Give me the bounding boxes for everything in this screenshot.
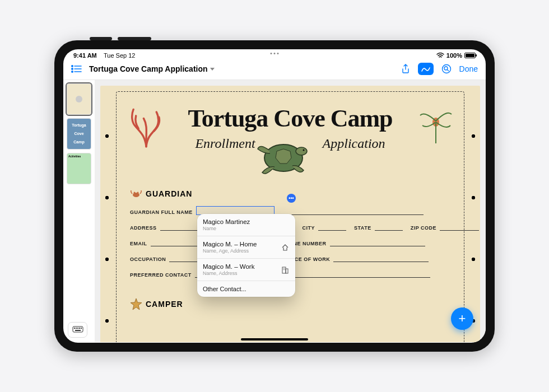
guardian-label: GUARDIAN	[146, 189, 192, 198]
svg-rect-12	[77, 328, 78, 329]
page-canvas[interactable]: Tortuga Cove Camp Enrollment Application…	[95, 80, 486, 342]
autofill-sub-3: Name, Address	[203, 270, 254, 276]
label-address: ADDRESS	[130, 225, 157, 231]
page-thumbnail-3[interactable]: Activities	[67, 153, 91, 184]
crab-icon	[130, 189, 142, 198]
camper-section-title: CAMPER	[130, 298, 450, 310]
page-thumbnail-2[interactable]: Tortuga Cove Camp	[67, 118, 91, 150]
keyboard-button[interactable]	[68, 322, 87, 338]
markup-button[interactable]	[418, 63, 434, 75]
status-bar: 9:41 AM Tue Sep 12 100%	[63, 49, 486, 60]
svg-rect-28	[283, 269, 284, 270]
document-area: Tortuga Cove Camp Activities	[63, 80, 486, 342]
autofill-name-1: Magico Martinez	[203, 218, 250, 225]
input-city[interactable]	[318, 223, 346, 231]
label-occupation: OCCUPATION	[130, 256, 166, 262]
svg-rect-26	[283, 268, 284, 269]
label-email: EMAIL	[130, 241, 147, 246]
starfish-icon	[130, 298, 142, 310]
thumbnail-sidebar: Tortuga Cove Camp Activities	[63, 80, 95, 342]
camper-label: CAMPER	[146, 300, 183, 309]
home-indicator[interactable]	[241, 338, 308, 340]
input-phone[interactable]	[330, 239, 425, 246]
label-full-name: GUARDIAN FULL NAME	[130, 209, 193, 215]
svg-rect-13	[79, 328, 80, 329]
svg-point-19	[296, 147, 307, 155]
svg-point-6	[442, 65, 450, 73]
input-workplace[interactable]	[333, 254, 429, 262]
thumb2-line1: Tortuga	[67, 119, 91, 127]
autofill-sub-1: Name	[203, 226, 250, 231]
input-full-name-line[interactable]	[278, 207, 424, 215]
status-left: 9:41 AM Tue Sep 12	[73, 52, 135, 59]
autofill-item-1[interactable]: Magico Martinez Name	[197, 214, 295, 236]
add-button[interactable]: +	[451, 307, 473, 330]
label-state: STATE	[354, 225, 371, 231]
home-icon	[281, 243, 290, 252]
page: Tortuga Cove Camp Enrollment Application…	[100, 86, 480, 342]
list-icon	[71, 65, 82, 73]
search-button[interactable]	[441, 64, 452, 74]
svg-rect-24	[282, 267, 286, 273]
svg-rect-27	[285, 268, 285, 269]
thumb2-line3: Camp	[67, 136, 91, 144]
label-zip: ZIP CODE	[411, 225, 436, 231]
svg-rect-29	[285, 269, 285, 270]
svg-line-8	[447, 70, 449, 72]
palm-illustration	[419, 105, 453, 144]
document-title[interactable]: Tortuga Cove Camp Application	[89, 64, 215, 73]
document-header: Tortuga Cove Camp Enrollment Application	[130, 104, 450, 183]
svg-point-0	[72, 66, 73, 67]
svg-rect-15	[75, 330, 81, 331]
thumb2-line2: Cove	[67, 127, 91, 136]
share-icon	[401, 64, 410, 74]
coral-illustration	[127, 103, 166, 148]
battery-icon	[464, 53, 476, 58]
svg-rect-14	[81, 328, 82, 329]
svg-point-22	[134, 192, 136, 194]
chevron-down-icon	[210, 68, 215, 71]
document-title-text: Tortuga Cove Camp Application	[89, 64, 208, 73]
toolbar: Tortuga Cove Camp Application Done	[63, 60, 486, 80]
page-thumbnail-1[interactable]	[67, 83, 91, 115]
turtle-illustration	[250, 134, 317, 179]
input-zip[interactable]	[440, 223, 479, 231]
svg-rect-10	[74, 328, 75, 329]
svg-point-20	[303, 150, 305, 151]
plus-icon: +	[459, 311, 466, 326]
svg-point-21	[133, 193, 139, 197]
markup-icon	[421, 65, 431, 73]
wifi-icon	[436, 53, 444, 58]
status-date: Tue Sep 12	[104, 52, 135, 59]
multitask-dots[interactable]	[271, 53, 279, 54]
subtitle-enrollment: Enrollment	[195, 136, 255, 151]
label-city: CITY	[303, 225, 315, 231]
building-icon	[281, 265, 290, 274]
svg-point-4	[72, 71, 73, 72]
autofill-item-3[interactable]: Magico M. – Work Name, Address	[197, 259, 295, 281]
svg-point-2	[72, 68, 73, 69]
autofill-other-contact[interactable]: Other Contact...	[197, 281, 295, 297]
svg-rect-9	[73, 326, 83, 332]
svg-point-7	[444, 67, 448, 70]
autofill-badge[interactable]: •••	[287, 194, 296, 203]
autofill-popup: Magico Martinez Name Magico M. – Home Na…	[197, 214, 295, 297]
svg-rect-25	[286, 269, 288, 273]
autofill-sub-2: Name, Age, Address	[203, 248, 257, 254]
autofill-other-label: Other Contact...	[203, 286, 246, 292]
status-time: 9:41 AM	[73, 52, 97, 59]
subtitle-application: Application	[323, 136, 385, 151]
sidebar-toggle-button[interactable]	[71, 65, 82, 73]
thumb3-label: Activities	[67, 153, 91, 159]
status-right: 100%	[436, 52, 476, 59]
ipad-device: 9:41 AM Tue Sep 12 100% Tortuga Cove Cam…	[54, 40, 495, 352]
share-button[interactable]	[401, 64, 410, 74]
page-content: Tortuga Cove Camp Enrollment Application…	[116, 91, 464, 342]
screen: 9:41 AM Tue Sep 12 100% Tortuga Cove Cam…	[63, 49, 486, 343]
autofill-name-2: Magico M. – Home	[203, 241, 257, 248]
autofill-item-2[interactable]: Magico M. – Home Name, Age, Address	[197, 236, 295, 259]
input-state[interactable]	[375, 223, 403, 231]
autofill-name-3: Magico M. – Work	[203, 263, 254, 270]
done-button[interactable]: Done	[459, 64, 478, 73]
keyboard-icon	[72, 326, 83, 334]
